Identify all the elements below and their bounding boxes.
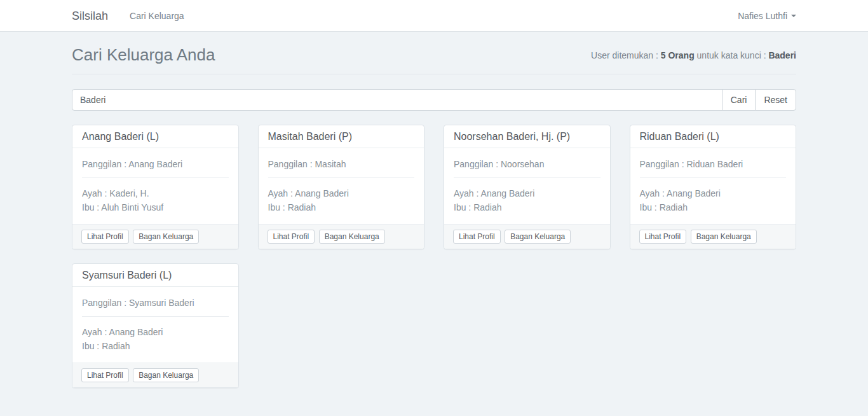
- person-card: Syamsuri Baderi (L) Panggilan : Syamsuri…: [72, 263, 239, 388]
- person-name: Syamsuri Baderi (L): [72, 264, 238, 287]
- user-name: Nafies Luthfi: [738, 11, 787, 21]
- person-details: Panggilan : Riduan Baderi Ayah : Anang B…: [630, 148, 796, 224]
- person-card: Masitah Baderi (P) Panggilan : Masitah A…: [258, 125, 425, 249]
- lihat-profil-button[interactable]: Lihat Profil: [81, 230, 129, 244]
- person-card: Riduan Baderi (L) Panggilan : Riduan Bad…: [630, 125, 797, 249]
- page-title: Cari Keluarga Anda: [72, 45, 215, 65]
- card-footer: Lihat Profil Bagan Keluarga: [259, 224, 424, 249]
- card-footer: Lihat Profil Bagan Keluarga: [444, 224, 610, 249]
- divider: [640, 177, 787, 178]
- person-name: Noorsehan Baderi, Hj. (P): [444, 125, 610, 148]
- bagan-keluarga-button[interactable]: Bagan Keluarga: [505, 230, 571, 244]
- person-card: Anang Baderi (L) Panggilan : Anang Bader…: [72, 125, 239, 249]
- person-name: Masitah Baderi (P): [259, 125, 424, 148]
- main-content: Cari Keluarga Anda User ditemukan : 5 Or…: [62, 32, 806, 388]
- divider: [82, 316, 229, 317]
- lihat-profil-button[interactable]: Lihat Profil: [81, 368, 129, 382]
- lihat-profil-button[interactable]: Lihat Profil: [268, 230, 315, 244]
- divider: [268, 177, 415, 178]
- result-keyword: Baderi: [768, 50, 796, 60]
- bagan-keluarga-button[interactable]: Bagan Keluarga: [691, 230, 757, 244]
- card-footer: Lihat Profil Bagan Keluarga: [630, 224, 796, 249]
- person-ibu: Ibu : Radiah: [454, 200, 600, 214]
- cari-button[interactable]: Cari: [722, 89, 756, 111]
- bagan-keluarga-button[interactable]: Bagan Keluarga: [133, 368, 199, 382]
- person-panggilan: Panggilan : Noorsehan: [454, 159, 600, 169]
- person-ibu: Ibu : Aluh Binti Yusuf: [82, 200, 229, 214]
- bagan-keluarga-button[interactable]: Bagan Keluarga: [319, 230, 385, 244]
- person-details: Panggilan : Noorsehan Ayah : Anang Bader…: [444, 148, 610, 224]
- person-ayah: Ayah : Anang Baderi: [454, 186, 600, 200]
- result-middle: untuk kata kunci :: [695, 50, 769, 60]
- person-panggilan: Panggilan : Masitah: [268, 159, 415, 169]
- nav-item-cari-keluarga[interactable]: Cari Keluarga: [130, 11, 184, 21]
- search-form: Cari Reset: [72, 89, 796, 111]
- person-card: Noorsehan Baderi, Hj. (P) Panggilan : No…: [444, 125, 611, 249]
- person-details: Panggilan : Anang Baderi Ayah : Kaderi, …: [72, 148, 238, 224]
- search-input[interactable]: [72, 89, 722, 111]
- person-ibu: Ibu : Radiah: [82, 339, 229, 353]
- chevron-down-icon: [791, 15, 796, 17]
- user-menu[interactable]: Nafies Luthfi: [738, 11, 796, 21]
- top-navbar: Silsilah Cari Keluarga Nafies Luthfi: [0, 0, 868, 32]
- result-prefix: User ditemukan :: [591, 50, 661, 60]
- results-grid: Anang Baderi (L) Panggilan : Anang Bader…: [72, 125, 796, 388]
- reset-button[interactable]: Reset: [755, 89, 796, 111]
- person-ayah: Ayah : Anang Baderi: [82, 325, 229, 339]
- person-details: Panggilan : Syamsuri Baderi Ayah : Anang…: [72, 287, 238, 363]
- lihat-profil-button[interactable]: Lihat Profil: [453, 230, 501, 244]
- person-panggilan: Panggilan : Riduan Baderi: [640, 159, 787, 169]
- person-ayah: Ayah : Anang Baderi: [268, 186, 415, 200]
- divider: [454, 177, 600, 178]
- person-name: Anang Baderi (L): [72, 125, 238, 148]
- app-brand[interactable]: Silsilah: [72, 10, 108, 23]
- card-footer: Lihat Profil Bagan Keluarga: [72, 224, 238, 249]
- person-ibu: Ibu : Radiah: [640, 200, 787, 214]
- result-count: 5 Orang: [661, 50, 695, 60]
- lihat-profil-button[interactable]: Lihat Profil: [639, 230, 687, 244]
- person-details: Panggilan : Masitah Ayah : Anang Baderi …: [259, 148, 424, 224]
- person-panggilan: Panggilan : Syamsuri Baderi: [82, 298, 229, 308]
- person-ibu: Ibu : Radiah: [268, 200, 415, 214]
- bagan-keluarga-button[interactable]: Bagan Keluarga: [133, 230, 199, 244]
- person-name: Riduan Baderi (L): [630, 125, 796, 148]
- result-summary: User ditemukan : 5 Orang untuk kata kunc…: [591, 50, 796, 60]
- person-panggilan: Panggilan : Anang Baderi: [82, 159, 229, 169]
- person-ayah: Ayah : Kaderi, H.: [82, 186, 229, 200]
- card-footer: Lihat Profil Bagan Keluarga: [72, 363, 238, 387]
- person-ayah: Ayah : Anang Baderi: [640, 186, 787, 200]
- page-header: Cari Keluarga Anda User ditemukan : 5 Or…: [72, 32, 796, 74]
- divider: [82, 177, 229, 178]
